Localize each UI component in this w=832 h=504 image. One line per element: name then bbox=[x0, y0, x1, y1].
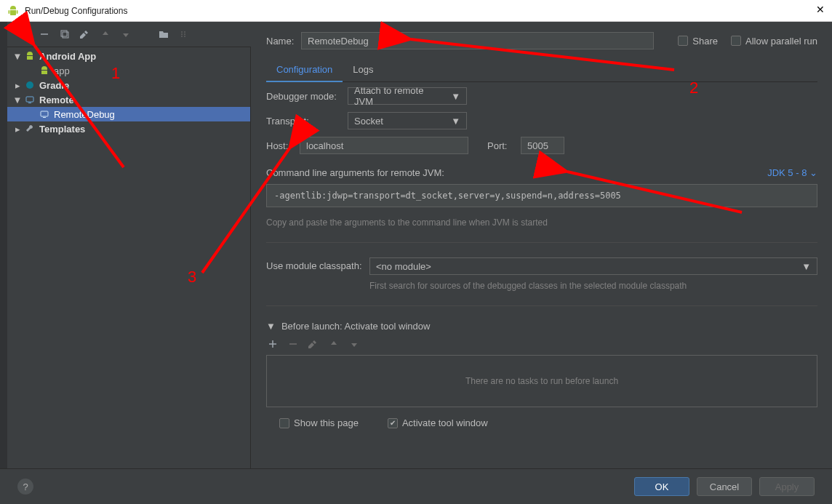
tree-app[interactable]: app bbox=[7, 63, 250, 78]
collapse-arrow-icon: ▸ bbox=[12, 80, 23, 91]
svg-rect-8 bbox=[43, 117, 46, 118]
collapse-arrow-icon: ▸ bbox=[12, 124, 23, 135]
name-label: Name: bbox=[266, 36, 301, 47]
cmdline-box[interactable]: -agentlib:jdwp=transport=dt_socket,serve… bbox=[266, 184, 817, 207]
tree-label: RemoteDebug bbox=[51, 109, 115, 120]
parallel-label: Allow parallel run bbox=[745, 36, 817, 47]
debugger-mode-label: Debugger mode: bbox=[266, 91, 348, 102]
collapse-button[interactable] bbox=[177, 28, 191, 41]
expand-arrow-icon: ▼ bbox=[266, 321, 276, 332]
gutter bbox=[0, 22, 7, 468]
task-remove-button[interactable] bbox=[287, 337, 300, 351]
task-edit-button[interactable] bbox=[307, 337, 320, 351]
task-add-button[interactable] bbox=[266, 337, 279, 351]
android-icon bbox=[38, 65, 51, 76]
folder-button[interactable] bbox=[157, 28, 170, 41]
before-launch-header[interactable]: ▼ Before launch: Activate tool window bbox=[266, 321, 817, 332]
svg-rect-6 bbox=[28, 103, 31, 103]
before-launch-label: Before launch: Activate tool window bbox=[281, 321, 431, 332]
android-icon bbox=[23, 51, 36, 61]
activate-tool-checkbox[interactable]: Activate tool window bbox=[388, 417, 488, 428]
svg-rect-3 bbox=[63, 32, 68, 38]
jdk-dropdown[interactable]: JDK 5 - 8 ⌄ bbox=[767, 167, 817, 178]
name-input[interactable] bbox=[301, 32, 654, 49]
chevron-down-icon: ▼ bbox=[451, 91, 460, 102]
svg-rect-0 bbox=[9, 10, 10, 14]
edit-button[interactable] bbox=[79, 28, 92, 41]
title-bar: Run/Debug Configurations ✕ bbox=[0, 0, 832, 22]
cmdline-label: Command line arguments for remote JVM: bbox=[266, 167, 444, 178]
svg-rect-5 bbox=[26, 97, 33, 102]
svg-point-4 bbox=[26, 81, 33, 89]
activate-tool-label: Activate tool window bbox=[402, 417, 488, 428]
task-up-button[interactable] bbox=[327, 337, 340, 351]
tree-label: Templates bbox=[36, 124, 85, 135]
tabs: Configuration Logs bbox=[266, 60, 817, 82]
transport-label: Transport: bbox=[266, 116, 348, 127]
host-label: Host: bbox=[266, 140, 300, 151]
wrench-icon bbox=[23, 124, 36, 134]
module-select[interactable]: <no module>▼ bbox=[369, 257, 817, 275]
tree-label: Gradle bbox=[36, 80, 69, 91]
expand-arrow-icon: ▼ bbox=[12, 95, 23, 105]
app-icon bbox=[7, 5, 19, 17]
tree-templates[interactable]: ▸ Templates bbox=[7, 121, 250, 136]
parallel-checkbox[interactable]: Allow parallel run bbox=[731, 36, 817, 47]
window-title: Run/Debug Configurations bbox=[25, 6, 127, 16]
tree-label: app bbox=[51, 65, 70, 76]
down-button[interactable] bbox=[119, 28, 132, 41]
copy-button[interactable] bbox=[58, 28, 71, 41]
show-page-label: Show this page bbox=[294, 417, 359, 428]
dialog-footer: ? OK Cancel Apply bbox=[0, 468, 832, 504]
add-button[interactable] bbox=[17, 28, 31, 41]
debugger-mode-select[interactable]: Attach to remote JVM▼ bbox=[348, 87, 467, 105]
svg-rect-2 bbox=[61, 31, 67, 36]
remove-button[interactable] bbox=[38, 28, 51, 41]
tree-gradle[interactable]: ▸ Gradle bbox=[7, 78, 250, 92]
tree-remote-debug[interactable]: RemoteDebug bbox=[7, 107, 250, 121]
svg-rect-7 bbox=[41, 111, 48, 116]
svg-rect-1 bbox=[17, 10, 18, 14]
remote-icon bbox=[23, 95, 36, 105]
ok-button[interactable]: OK bbox=[634, 477, 689, 496]
cancel-button[interactable]: Cancel bbox=[697, 477, 752, 496]
port-input[interactable] bbox=[521, 137, 564, 154]
tab-logs[interactable]: Logs bbox=[343, 60, 383, 81]
tree-label: Android App bbox=[36, 51, 96, 62]
port-label: Port: bbox=[487, 140, 521, 151]
apply-button[interactable]: Apply bbox=[759, 477, 815, 496]
cmdline-hint: Copy and paste the arguments to the comm… bbox=[266, 217, 817, 228]
share-label: Share bbox=[692, 36, 718, 47]
share-checkbox[interactable]: Share bbox=[678, 36, 718, 47]
chevron-down-icon: ▼ bbox=[801, 261, 811, 272]
tree-android-app[interactable]: ▼ Android App bbox=[7, 49, 250, 63]
host-input[interactable] bbox=[300, 137, 468, 154]
task-down-button[interactable] bbox=[348, 337, 361, 351]
before-launch-list: There are no tasks to run before launch bbox=[266, 355, 817, 407]
module-hint: First search for sources of the debugged… bbox=[369, 281, 817, 291]
expand-arrow-icon: ▼ bbox=[12, 51, 23, 62]
tree-remote[interactable]: ▼ Remote bbox=[7, 92, 250, 107]
chevron-down-icon: ▼ bbox=[451, 116, 460, 127]
tree-label: Remote bbox=[36, 95, 74, 105]
tab-configuration[interactable]: Configuration bbox=[266, 60, 343, 82]
show-page-checkbox[interactable]: Show this page bbox=[279, 417, 359, 428]
transport-select[interactable]: Socket▼ bbox=[348, 112, 467, 129]
up-button[interactable] bbox=[99, 28, 112, 41]
module-label: Use module classpath: bbox=[266, 257, 369, 271]
help-button[interactable]: ? bbox=[17, 479, 33, 495]
gradle-icon bbox=[23, 80, 36, 90]
remote-icon bbox=[38, 109, 51, 119]
close-icon[interactable]: ✕ bbox=[816, 4, 825, 15]
chevron-down-icon: ⌄ bbox=[809, 167, 817, 178]
config-tree: ▼ Android App app ▸ Gradle ▼ Remote Remo… bbox=[7, 47, 251, 468]
